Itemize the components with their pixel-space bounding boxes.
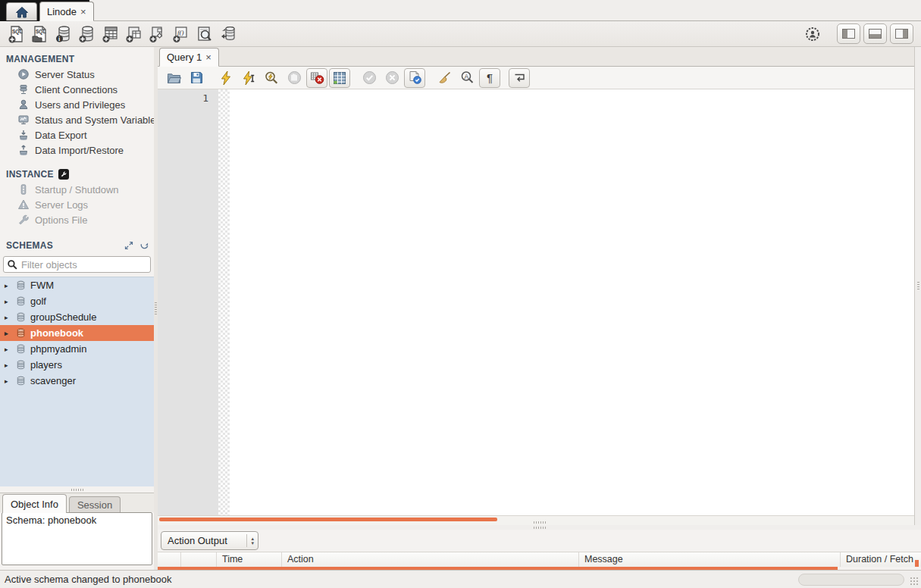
schema-row-fwm[interactable]: ▸ FWM: [0, 277, 154, 293]
inspect-database-icon[interactable]: i: [52, 23, 75, 45]
expander-icon[interactable]: ▸: [5, 330, 11, 337]
column-message[interactable]: Message: [579, 552, 841, 567]
management-title: MANAGEMENT: [6, 54, 74, 64]
show-invisibles-button[interactable]: ¶: [479, 68, 500, 88]
column-index[interactable]: [181, 552, 217, 567]
sidebar-item-client-connections[interactable]: Client Connections: [0, 82, 154, 97]
execute-current-statement-icon[interactable]: [238, 68, 259, 88]
toggle-autocommit-button[interactable]: [404, 68, 425, 88]
commit-icon[interactable]: [359, 68, 380, 88]
schema-row-phpmyadmin[interactable]: ▸ phpmyadmin: [0, 341, 154, 357]
output-panel: Action Output ▴ ▾ Time Action Message Du…: [158, 530, 921, 570]
tab-home[interactable]: [6, 2, 37, 20]
editor-margin: [218, 89, 230, 515]
create-table-icon[interactable]: [99, 23, 122, 45]
beautify-script-icon[interactable]: [434, 68, 455, 88]
tab-session[interactable]: Session: [69, 496, 121, 512]
preferences-icon[interactable]: [802, 23, 823, 45]
search-data-icon[interactable]: [193, 23, 216, 45]
sidebar-item-server-logs[interactable]: Server Logs: [0, 197, 154, 212]
expander-icon[interactable]: ▸: [5, 314, 11, 321]
resize-grip-icon[interactable]: [910, 577, 919, 586]
server-status-icon: [17, 68, 30, 80]
schema-row-phonebook-selected[interactable]: ▸ phonebook: [0, 325, 154, 341]
editor-text-area[interactable]: [230, 89, 914, 515]
new-sql-tab-icon[interactable]: SQL: [5, 23, 28, 45]
schema-row-golf[interactable]: ▸ golf: [0, 293, 154, 309]
expand-schemas-icon[interactable]: [124, 241, 133, 250]
expander-icon[interactable]: ▸: [5, 298, 11, 305]
output-vertical-scrollbar-thumb[interactable]: [915, 560, 919, 567]
sidebar-item-label: Data Export: [35, 130, 87, 141]
output-type-select[interactable]: Action Output ▴ ▾: [161, 531, 258, 550]
toggle-right-sidebar-button[interactable]: [890, 23, 913, 44]
schema-row-players[interactable]: ▸ players: [0, 357, 154, 373]
instance-admin-icon: [58, 169, 69, 180]
schema-name: phonebook: [30, 327, 83, 339]
create-function-icon[interactable]: f(): [169, 23, 193, 45]
sidebar-item-options-file[interactable]: Options File: [0, 212, 154, 227]
refresh-schemas-icon[interactable]: [139, 241, 149, 251]
editor-horizontal-scrollbar[interactable]: [158, 515, 914, 525]
rollback-icon[interactable]: [381, 68, 403, 88]
create-procedure-icon[interactable]: [146, 23, 169, 45]
sidebar-item-label: Options File: [35, 214, 87, 226]
column-action[interactable]: Action: [282, 552, 579, 567]
sidebar-item-data-export[interactable]: Data Export: [0, 127, 154, 142]
limit-rows-button[interactable]: [329, 68, 350, 88]
schema-row-groupschedule[interactable]: ▸ groupSchedule: [0, 309, 154, 325]
explain-plan-icon[interactable]: [261, 68, 282, 88]
tab-query-1[interactable]: Query 1 ×: [159, 48, 219, 67]
toggle-output-area-button[interactable]: [863, 23, 887, 44]
open-script-icon[interactable]: [163, 68, 184, 88]
select-spinner-icon: ▴ ▾: [246, 534, 254, 547]
data-import-icon: [17, 144, 30, 156]
sidebar-item-server-status[interactable]: Server Status: [0, 67, 154, 82]
find-and-replace-icon[interactable]: A: [456, 68, 478, 88]
svg-text:f(): f(): [177, 29, 184, 36]
sidebar-item-status-variables[interactable]: Status and System Variables: [0, 112, 154, 127]
column-status[interactable]: [158, 552, 181, 567]
expander-icon[interactable]: ▸: [5, 346, 11, 353]
tab-object-info[interactable]: Object Info: [2, 494, 67, 513]
right-panel-icon: [895, 29, 908, 39]
sidebar-item-data-import[interactable]: Data Import/Restore: [0, 142, 154, 158]
tab-connection-linode[interactable]: Linode ×: [39, 2, 94, 21]
line-number-gutter: 1: [158, 89, 218, 515]
save-script-icon[interactable]: [186, 68, 207, 88]
reconnect-dbms-icon[interactable]: [216, 23, 240, 45]
schema-name: scavenger: [30, 375, 76, 386]
toggle-word-wrap-button[interactable]: [509, 68, 530, 88]
filter-objects-input[interactable]: [21, 259, 147, 271]
sidebar-item-label: Server Logs: [35, 199, 88, 211]
sidebar-item-label: Client Connections: [35, 84, 117, 95]
close-icon[interactable]: ×: [80, 7, 86, 17]
svg-text:SQL: SQL: [36, 29, 45, 35]
sidebar-item-users-privileges[interactable]: Users and Privileges: [0, 97, 154, 112]
column-duration-fetch[interactable]: Duration / Fetch: [841, 552, 921, 567]
create-schema-icon[interactable]: [75, 23, 99, 45]
scrollbar-thumb[interactable]: [159, 518, 497, 521]
expander-icon[interactable]: ▸: [5, 361, 11, 369]
expander-icon[interactable]: ▸: [5, 377, 11, 385]
toggle-left-sidebar-button[interactable]: [837, 23, 860, 44]
right-panel-collapsed-splitter[interactable]: [914, 47, 921, 525]
client-connections-icon: [17, 83, 30, 95]
pilcrow-icon: ¶: [487, 72, 493, 83]
close-icon[interactable]: ×: [205, 52, 211, 62]
sidebar-info-splitter[interactable]: [0, 486, 154, 493]
object-info-panel: Schema: phonebook: [2, 512, 152, 565]
sidebar-item-startup-shutdown[interactable]: Startup / Shutdown: [0, 182, 154, 197]
expander-icon[interactable]: ▸: [5, 282, 11, 289]
schema-row-scavenger[interactable]: ▸ scavenger: [0, 373, 154, 389]
stop-execution-icon[interactable]: [284, 68, 305, 88]
open-sql-script-icon[interactable]: SQL: [28, 23, 52, 45]
column-time[interactable]: Time: [217, 552, 282, 567]
schema-icon: [15, 296, 27, 307]
create-view-icon[interactable]: [122, 23, 146, 45]
toggle-stop-on-error-button[interactable]: [306, 68, 327, 88]
execute-script-icon[interactable]: [215, 68, 237, 88]
server-logs-icon: [17, 199, 30, 211]
sql-editor[interactable]: 1: [158, 89, 914, 515]
schema-icon: [15, 280, 27, 291]
